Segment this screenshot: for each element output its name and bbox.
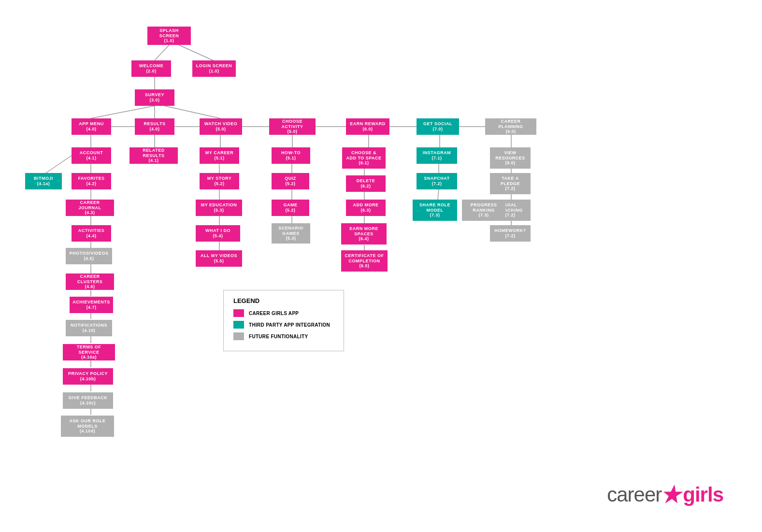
- node-my-story: MY STORY(5.2): [200, 173, 239, 189]
- legend-title: LEGEND: [233, 297, 334, 304]
- svg-line-1: [179, 45, 213, 60]
- legend-label-teal: THIRD PARTY APP INTEGRATION: [249, 322, 330, 328]
- node-my-education: MY EDUCATION(5.3): [196, 200, 242, 216]
- node-splash: SPLASH SCREEN(1.0): [147, 27, 191, 45]
- node-view-resources: VIEWRESOURCES(8.0): [490, 147, 531, 169]
- diagram: SPLASH SCREEN(1.0) WELCOME(2.0) LOGIN SC…: [0, 0, 762, 532]
- node-earn-more: EARN MORESPACES(6.4): [341, 223, 387, 244]
- node-choose-add: CHOOSE &ADD TO SPACE(6.1): [342, 147, 386, 169]
- svg-line-41: [438, 189, 439, 200]
- node-career-journal: CAREER JOURNAL(4.3): [66, 200, 114, 216]
- legend-color-teal: [233, 321, 244, 329]
- legend-color-pink: [233, 309, 244, 317]
- node-certificate: CERTIFICATE OFCOMPLETION(6.5): [341, 250, 388, 272]
- logo-career: career: [607, 483, 661, 506]
- legend-color-gray: [233, 332, 244, 340]
- node-privacy-policy: PRIVACY POLICY(4.10b): [63, 368, 113, 385]
- legend-item-gray: FUTURE FUNTIONALITY: [233, 332, 334, 340]
- svg-line-5: [91, 106, 155, 118]
- node-welcome: WELCOME(2.0): [131, 60, 171, 77]
- node-earn-reward: EARN REWARD(6.0): [346, 118, 389, 135]
- node-all-my-videos: ALL MY VIDEOS(5.5): [196, 250, 242, 267]
- node-login: LOGIN SCREEN(1.0): [192, 60, 236, 77]
- legend-item-pink: CAREER GIRLS APP: [233, 309, 334, 317]
- node-snapchat: SNAPCHAT(7.2): [417, 173, 457, 189]
- node-what-i-do: WHAT I DO(5.4): [196, 225, 240, 242]
- node-survey: SURVEY(3.0): [135, 89, 174, 106]
- career-girls-logo: career ★ girls: [607, 482, 723, 508]
- node-give-feedback: GIVE FEEDBACK(4.10c): [63, 392, 113, 409]
- node-related-results: RELATED RESULTS(4.1): [129, 147, 178, 164]
- node-delete: DELETE(6.2): [346, 175, 386, 192]
- svg-line-4: [164, 106, 220, 118]
- node-account: ACCOUNT(4.1): [72, 147, 111, 164]
- node-app-menu: APP MENU(4.0): [72, 118, 111, 135]
- node-ask-role-models: ASK OUR ROLEMODELS(4.10d): [61, 416, 114, 437]
- logo-girls: girls: [683, 483, 723, 506]
- svg-line-28: [46, 156, 72, 173]
- node-how-to: HOW-TO(5.1): [272, 147, 310, 164]
- node-share-role-model: SHARE ROLEMODEL(7.3): [413, 200, 457, 221]
- node-bitmoji: BITMOJI(4.1a): [25, 173, 62, 189]
- node-choose-activity: CHOOSE ACTIVITY(5.0): [269, 118, 316, 135]
- logo-star-icon: ★: [661, 482, 685, 508]
- legend-item-teal: THIRD PARTY APP INTEGRATION: [233, 321, 334, 329]
- legend: LEGEND CAREER GIRLS APP THIRD PARTY APP …: [223, 290, 344, 351]
- node-notifications: NOTIFICATIONS(4.10): [66, 320, 112, 336]
- node-photos-videos: PHOTOS/VIDEOS(4.5): [66, 248, 112, 264]
- node-activities: ACTIVITIES(4.4): [72, 225, 111, 242]
- node-progress-ranking: PROGRESSRANKING(7.3): [462, 200, 505, 221]
- node-terms-of-service: TERMS OF SERVICE(4.10a): [63, 344, 115, 360]
- node-add-more: ADD MORE(6.3): [346, 200, 386, 216]
- legend-label-pink: CAREER GIRLS APP: [249, 311, 299, 316]
- node-quiz: QUIZ(5.2): [272, 173, 309, 189]
- node-achievements: ACHIEVEMENTS(4.7): [70, 297, 113, 313]
- node-results: RESULTS(4.0): [135, 118, 174, 135]
- node-career-planning: CAREER PLANNING(8.0): [485, 118, 536, 135]
- svg-line-0: [155, 45, 169, 60]
- node-scenario-games: SCENARIOGAMES(5.3): [272, 223, 310, 244]
- node-my-career: MY CAREER(5.1): [200, 147, 239, 164]
- legend-label-gray: FUTURE FUNTIONALITY: [249, 334, 308, 339]
- node-homework: HOMEWORK?(7.2): [490, 225, 531, 242]
- node-career-clusters: CAREER CLUSTERS(4.6): [66, 273, 114, 290]
- node-instagram: INSTAGRAM(7.1): [417, 147, 457, 164]
- node-get-social: GET SOCIAL(7.0): [417, 118, 459, 135]
- node-favorites: FAVORITES(4.2): [72, 173, 111, 189]
- node-game: GAME(5.2): [272, 200, 309, 216]
- node-watch-video: WATCH VIDEO(5.0): [200, 118, 242, 135]
- node-take-pledge: TAKE APLEDGE(7.2): [490, 173, 531, 194]
